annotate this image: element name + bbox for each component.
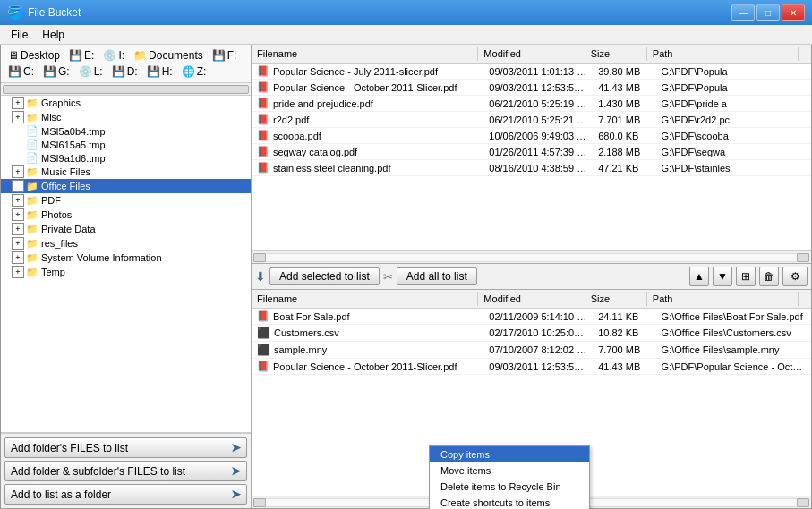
drive-e[interactable]: 💾 E: [65, 48, 98, 63]
drive-z[interactable]: 🌐 Z: [178, 64, 210, 79]
list-item[interactable]: 📕Boat For Sale.pdf 02/11/2009 5:14:10 PM… [252, 309, 811, 325]
dropdown-item-move[interactable]: Move items [430, 462, 589, 479]
drive-i-icon: 💿 [103, 49, 116, 62]
drive-h-label: H: [162, 65, 173, 78]
middle-toolbar: ⬇ Add selected to list ✂ Add all to list… [252, 264, 811, 290]
tree-item-music[interactable]: + 📁 Music Files [1, 165, 251, 179]
list-cell-filename: ⬛Customers.csv [252, 326, 483, 340]
expand-icon[interactable]: + [12, 97, 24, 109]
add-as-folder-button[interactable]: Add to list as a folder ➤ [4, 484, 247, 505]
expand-icon[interactable]: + [12, 223, 24, 235]
header-size-b[interactable]: Size [585, 292, 647, 306]
expand-icon[interactable]: + [12, 237, 24, 250]
list-cell-modified: 06/21/2010 5:25:21 PM [483, 114, 593, 126]
list-item[interactable]: 📕r2d2.pdf 06/21/2010 5:25:21 PM 7.701 MB… [252, 112, 811, 128]
expand-icon[interactable]: + [12, 194, 24, 207]
drive-h[interactable]: 💾 H: [143, 64, 176, 79]
tree-item-res[interactable]: + 📁 res_files [1, 236, 251, 250]
list-item[interactable]: 📕Popular Science - July 2011-slicer.pdf … [252, 64, 811, 80]
drive-c-icon: 💾 [8, 65, 21, 78]
expand-icon[interactable]: + [12, 180, 24, 192]
file-tree[interactable]: + 📁 Graphics + 📁 Misc 📄 MSI5a0b4.tmp [1, 96, 251, 433]
add-folder-files-label: Add folder's FILES to list [11, 442, 128, 454]
tree-item-msi2[interactable]: 📄 MSI615a5.tmp [1, 138, 251, 151]
top-list-hscroll[interactable] [252, 250, 811, 263]
app-title: File Bucket [28, 6, 731, 19]
tree-item-system[interactable]: + 📁 System Volume Information [1, 250, 251, 265]
list-item[interactable]: 📕Popular Science - October 2011-Slicer.p… [252, 359, 811, 375]
expand-icon[interactable]: + [12, 266, 24, 278]
drive-g-icon: 💾 [43, 65, 56, 78]
tree-item-private[interactable]: + 📁 Private Data [1, 222, 251, 236]
drive-d[interactable]: 💾 D: [108, 64, 141, 79]
drive-scrollbar[interactable] [1, 83, 251, 96]
tree-item-graphics[interactable]: + 📁 Graphics [1, 96, 251, 110]
expand-icon[interactable]: + [12, 251, 24, 264]
list-item[interactable]: 📕scooba.pdf 10/06/2006 9:49:03 AM 680.0 … [252, 128, 811, 144]
menu-file[interactable]: File [4, 27, 35, 43]
folder-icon: 📁 [26, 166, 38, 178]
left-panel: 🖥 Desktop 💾 E: 💿 I: 📁 Documents 💾 [1, 45, 252, 508]
list-cell-size: 10.82 KB [593, 327, 655, 339]
list-item[interactable]: ⬛Customers.csv 02/17/2010 10:25:05 AM 10… [252, 325, 811, 342]
dropdown-item-shortcuts[interactable]: Create shortcuts to items [430, 495, 589, 509]
dropdown-item-copy[interactable]: Copy items [430, 446, 589, 462]
list-item[interactable]: 📕segway catalog.pdf 01/26/2011 4:57:39 P… [252, 144, 811, 160]
documents-icon: 📁 [133, 49, 147, 62]
menu-bar: File Help [0, 25, 812, 45]
delete-button[interactable]: 🗑 [759, 267, 779, 286]
add-folder-subfolder-button[interactable]: Add folder & subfolder's FILES to list ➤ [4, 461, 247, 481]
add-selected-button[interactable]: Add selected to list [269, 267, 380, 285]
header-size[interactable]: Size [585, 47, 647, 61]
drive-documents[interactable]: 📁 Documents [130, 48, 207, 63]
expand-icon[interactable]: + [12, 208, 24, 221]
tree-label: MSI5a0b4.tmp [41, 126, 106, 137]
tree-item-msi3[interactable]: 📄 MSI9a1d6.tmp [1, 151, 251, 165]
tree-label: Private Data [41, 224, 96, 234]
tree-item-photos[interactable]: + 📁 Photos [1, 208, 251, 222]
header-path[interactable]: Path [647, 47, 799, 61]
tree-item-temp[interactable]: + 📁 Temp [1, 265, 251, 279]
tree-item-office[interactable]: + 📁 Office Files [1, 179, 251, 193]
tree-label: MSI615a5.tmp [41, 140, 106, 150]
list-item[interactable]: ⬛sample.mny 07/10/2007 8:12:02 PM 7.700 … [252, 342, 811, 359]
up-button[interactable]: ▲ [689, 267, 709, 286]
sort-button[interactable]: ⊞ [736, 267, 756, 286]
tree-label: PDF [41, 195, 61, 206]
list-cell-modified: 01/26/2011 4:57:39 PM [483, 146, 593, 158]
header-filename-b[interactable]: Filename [252, 292, 478, 306]
right-panel: Filename Modified Size Path 📕Popular Sci… [252, 45, 811, 508]
list-item[interactable]: 📕Popular Science - October 2011-Slicer.p… [252, 80, 811, 96]
header-modified-b[interactable]: Modified [478, 292, 585, 306]
drive-desktop[interactable]: 🖥 Desktop [4, 48, 64, 63]
add-folder-files-button[interactable]: Add folder's FILES to list ➤ [4, 437, 247, 458]
down-button[interactable]: ▼ [713, 267, 732, 286]
tree-item-misc[interactable]: + 📁 Misc [1, 110, 251, 124]
dropdown-item-delete[interactable]: Delete items to Recycle Bin [430, 479, 589, 495]
menu-help[interactable]: Help [35, 27, 72, 43]
header-modified[interactable]: Modified [478, 47, 585, 61]
drive-g[interactable]: 💾 G: [39, 64, 73, 79]
tree-label: Graphics [41, 98, 81, 108]
maximize-button[interactable]: □ [756, 4, 780, 21]
top-file-list: Filename Modified Size Path 📕Popular Sci… [252, 45, 811, 264]
settings-button[interactable]: ⚙ [782, 267, 808, 286]
drive-c[interactable]: 💾 C: [4, 64, 38, 79]
tree-item-pdf[interactable]: + 📁 PDF [1, 193, 251, 208]
header-path-b[interactable]: Path [647, 292, 799, 306]
drive-l[interactable]: 💿 L: [75, 64, 107, 79]
add-all-button[interactable]: Add all to list [397, 267, 477, 285]
close-button[interactable]: ✕ [782, 4, 805, 21]
expand-icon[interactable]: + [12, 165, 24, 178]
drive-i[interactable]: 💿 I: [99, 48, 128, 63]
list-cell-path: G:\PDF\Popular Science - October 201 [656, 361, 811, 373]
drive-f[interactable]: 💾 F: [209, 48, 241, 63]
header-filename[interactable]: Filename [252, 47, 478, 61]
top-list-body[interactable]: 📕Popular Science - July 2011-slicer.pdf … [252, 64, 811, 250]
minimize-button[interactable]: — [731, 4, 755, 21]
tree-item-msi1[interactable]: 📄 MSI5a0b4.tmp [1, 124, 251, 138]
expand-icon[interactable]: + [12, 111, 24, 123]
pdf-icon: 📕 [257, 361, 269, 372]
list-item[interactable]: 📕pride and prejudice.pdf 06/21/2010 5:25… [252, 96, 811, 112]
list-item[interactable]: 📕stainless steel cleaning.pdf 08/16/2010… [252, 160, 811, 176]
